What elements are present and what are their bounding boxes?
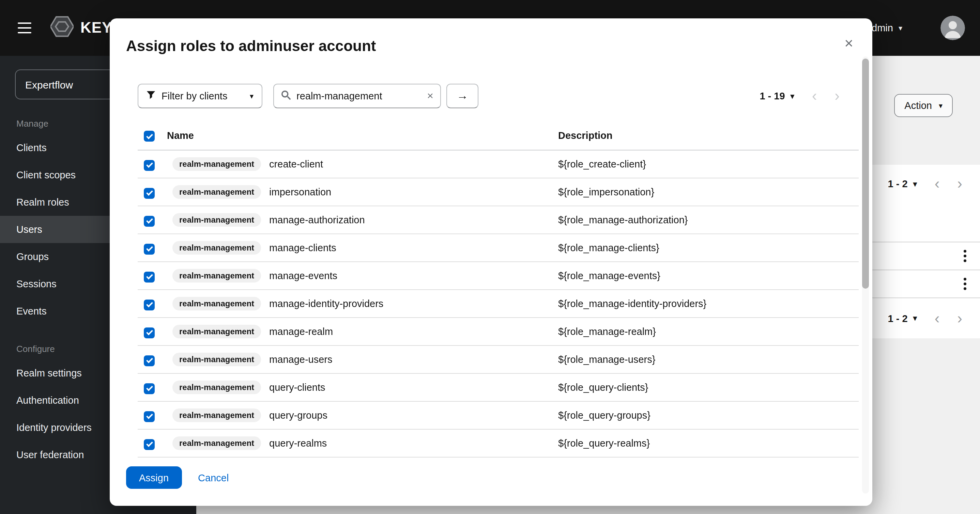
column-header-description: Description	[558, 130, 859, 141]
table-row: realm-managementquery-groups${role_query…	[138, 402, 859, 430]
roles-table-body: realm-managementcreate-client${role_crea…	[138, 151, 859, 457]
role-name: manage-users	[269, 354, 332, 365]
arrow-right-icon: →	[457, 89, 468, 103]
pagination-next-icon[interactable]: ›	[957, 311, 962, 326]
role-search-box: ×	[273, 84, 441, 108]
row-checkbox[interactable]	[144, 244, 155, 255]
client-badge: realm-management	[172, 297, 261, 311]
role-name: manage-realm	[269, 326, 333, 337]
check-icon	[146, 245, 153, 252]
client-badge: realm-management	[172, 353, 261, 366]
row-checkbox[interactable]	[144, 272, 155, 282]
pagination-prev-icon[interactable]: ‹	[812, 89, 817, 103]
row-checkbox-cell	[138, 297, 167, 311]
role-name: manage-events	[269, 270, 337, 281]
role-name: query-clients	[269, 382, 325, 393]
role-description: ${role_manage-events}	[558, 270, 859, 281]
kebab-menu-icon[interactable]	[961, 275, 969, 293]
action-button[interactable]: Action ▾	[894, 94, 953, 117]
role-name-cell: realm-managementmanage-realm	[167, 325, 558, 338]
search-input[interactable]	[296, 90, 422, 102]
close-icon[interactable]: ×	[845, 36, 853, 51]
pagination-next-icon[interactable]: ›	[835, 89, 840, 103]
role-name: manage-clients	[269, 242, 336, 253]
row-checkbox[interactable]	[144, 160, 155, 171]
client-badge: realm-management	[172, 157, 261, 171]
client-badge: realm-management	[172, 436, 261, 450]
role-description: ${role_query-realms}	[558, 438, 859, 449]
assign-roles-modal: Assign roles to adminuser account × Filt…	[110, 18, 872, 506]
modal-title: Assign roles to adminuser account	[126, 37, 376, 55]
pagination-range-toggle[interactable]: 1 - 2 ▾	[888, 313, 917, 324]
role-description: ${role_manage-authorization}	[558, 214, 859, 225]
check-icon	[146, 217, 153, 224]
row-checkbox-cell	[138, 269, 167, 282]
row-checkbox-cell	[138, 353, 167, 366]
role-name: manage-authorization	[269, 214, 365, 225]
role-name-cell: realm-managementmanage-authorization	[167, 213, 558, 227]
role-description: ${role_impersonation}	[558, 187, 859, 197]
modal-toolbar: Filter by clients ▾ × → 1 - 19 ▾ ‹ ›	[138, 84, 840, 108]
row-checkbox[interactable]	[144, 383, 155, 394]
avatar[interactable]	[940, 16, 965, 40]
table-row: realm-managementmanage-authorization${ro…	[138, 206, 859, 234]
pagination-range: 1 - 2	[888, 178, 908, 189]
modal-scrollbar-thumb[interactable]	[862, 59, 869, 289]
user-menu-caret-icon[interactable]: ▾	[899, 24, 902, 32]
role-name-cell: realm-managementmanage-clients	[167, 241, 558, 255]
clear-search-icon[interactable]: ×	[427, 90, 433, 102]
row-checkbox-cell	[138, 409, 167, 422]
pagination-range-toggle[interactable]: 1 - 2 ▾	[888, 178, 917, 189]
pagination-range-toggle[interactable]: 1 - 19 ▾	[759, 90, 794, 102]
keycloak-hexagon-icon	[51, 15, 73, 41]
table-row: realm-managementquery-clients${role_quer…	[138, 374, 859, 402]
select-all-checkbox[interactable]	[144, 131, 155, 142]
row-checkbox[interactable]	[144, 411, 155, 422]
kebab-menu-icon[interactable]	[961, 247, 969, 265]
client-badge: realm-management	[172, 408, 261, 422]
filter-icon	[146, 90, 155, 102]
role-name: manage-identity-providers	[269, 298, 383, 309]
check-icon	[146, 357, 153, 363]
chevron-down-icon: ▾	[250, 92, 253, 100]
check-icon	[146, 161, 153, 168]
assign-button[interactable]: Assign	[126, 466, 181, 489]
row-checkbox[interactable]	[144, 300, 155, 311]
row-checkbox[interactable]	[144, 439, 155, 450]
role-name: query-realms	[269, 438, 327, 449]
table-row: realm-managementcreate-client${role_crea…	[138, 151, 859, 178]
row-checkbox-cell	[138, 325, 167, 338]
table-row: realm-managementimpersonation${role_impe…	[138, 178, 859, 206]
row-checkbox-cell	[138, 186, 167, 199]
table-row: realm-managementmanage-events${role_mana…	[138, 262, 859, 290]
client-badge: realm-management	[172, 213, 261, 227]
roles-table-header: Name Description	[138, 121, 859, 151]
search-icon	[281, 89, 291, 103]
modal-scrollbar-track[interactable]	[862, 57, 869, 493]
pagination-range: 1 - 2	[888, 313, 908, 324]
pagination-caret-icon: ▾	[913, 314, 917, 322]
role-description: ${role_query-clients}	[558, 382, 859, 393]
client-badge: realm-management	[172, 325, 261, 338]
role-name-cell: realm-managementmanage-identity-provider…	[167, 297, 558, 311]
hamburger-menu-icon[interactable]	[18, 19, 31, 37]
row-checkbox-cell	[138, 381, 167, 394]
row-checkbox[interactable]	[144, 188, 155, 199]
row-checkbox[interactable]	[144, 355, 155, 366]
filter-dropdown-label: Filter by clients	[162, 90, 243, 102]
role-name: query-groups	[269, 410, 328, 421]
row-checkbox[interactable]	[144, 327, 155, 338]
realm-selector-label: Expertflow	[25, 79, 73, 90]
client-badge: realm-management	[172, 269, 261, 282]
search-submit-button[interactable]: →	[446, 84, 479, 108]
pagination-prev-icon[interactable]: ‹	[935, 311, 940, 326]
cancel-button[interactable]: Cancel	[198, 472, 229, 483]
filter-by-clients-dropdown[interactable]: Filter by clients ▾	[138, 84, 262, 108]
client-badge: realm-management	[172, 185, 261, 199]
pagination-next-icon[interactable]: ›	[957, 176, 962, 191]
roles-table: Name Description realm-managementcreate-…	[138, 121, 859, 457]
role-name-cell: realm-managementimpersonation	[167, 185, 558, 199]
pagination-prev-icon[interactable]: ‹	[935, 176, 940, 191]
role-name-cell: realm-managementquery-realms	[167, 436, 558, 450]
row-checkbox[interactable]	[144, 216, 155, 227]
